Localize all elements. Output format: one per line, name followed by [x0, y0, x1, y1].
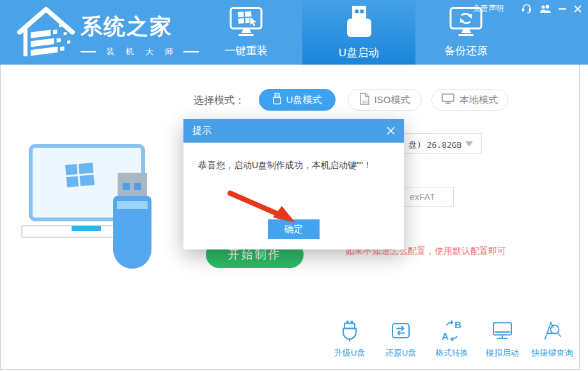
tip-dialog-title: 提示 — [192, 125, 212, 137]
dialog-close-icon[interactable] — [387, 127, 395, 135]
dash-right — [183, 51, 199, 52]
tool-simulate-boot[interactable]: 模拟启动 — [474, 320, 531, 359]
user-group-icon[interactable] — [539, 4, 551, 13]
logo-subtitle: 装 机 大 师 — [81, 46, 199, 58]
tool-upgrade-usb[interactable]: 升级U盘 — [321, 320, 378, 359]
mode-local-button[interactable]: 本地模式 — [431, 89, 508, 111]
simulate-boot-icon — [491, 320, 513, 343]
tab-reinstall[interactable]: 一键重装 — [210, 0, 282, 65]
monitor-icon — [442, 93, 454, 106]
house-logo-icon — [17, 3, 75, 62]
tool-format-convert-label: 格式转换 — [435, 347, 468, 359]
usb-restore-icon — [390, 320, 412, 343]
dialog-ok-button[interactable]: 确定 — [268, 219, 320, 239]
tool-format-convert[interactable]: A B 格式转换 — [423, 320, 481, 359]
reinstall-monitor-icon — [228, 7, 264, 39]
mode-local-label: 本地模式 — [460, 94, 498, 106]
close-icon[interactable] — [574, 5, 582, 13]
tool-simulate-boot-label: 模拟启动 — [486, 347, 519, 359]
mode-usb-label: U盘模式 — [286, 94, 322, 106]
mode-usb-button[interactable]: U盘模式 — [259, 89, 336, 111]
usb-plug-icon — [273, 93, 281, 107]
hotkey-search-icon — [541, 320, 563, 343]
tab-reinstall-label: 一键重装 — [224, 43, 268, 58]
disclaimer-link[interactable]: 免责声明 — [473, 3, 504, 14]
tool-hotkey-query[interactable]: 快捷键查询 — [523, 320, 581, 359]
app-logo: 系统之家 装 机 大 师 — [17, 3, 199, 62]
logo-title: 系统之家 — [81, 12, 199, 42]
mode-iso-label: ISO模式 — [375, 94, 410, 106]
usb-drive-icon — [344, 5, 375, 41]
svg-text:ISO: ISO — [361, 100, 368, 104]
usb-upgrade-icon — [339, 320, 360, 343]
app-header: 系统之家 装 机 大 师 一键重装 — [0, 0, 588, 65]
mode-select-label: 选择模式： — [194, 94, 245, 107]
customer-service-icon[interactable] — [522, 4, 532, 13]
chevron-down-icon — [465, 141, 473, 146]
tip-dialog-message: 恭喜您，启动U盘制作成功，本机启动键""！ — [198, 160, 404, 171]
tool-restore-usb[interactable]: 还原U盘 — [372, 320, 429, 359]
window-border-left — [0, 65, 1, 370]
laptop-usb-illustration — [20, 141, 164, 274]
device-select-value: 盘) 26.82GB — [408, 139, 461, 151]
format-convert-icon: A B — [441, 320, 463, 343]
tool-hotkey-query-label: 快捷键查询 — [532, 347, 573, 359]
dialog-ok-label: 确定 — [284, 223, 304, 235]
tool-restore-usb-label: 还原U盘 — [385, 347, 416, 359]
tab-usb-boot[interactable]: U盘启动 — [302, 0, 415, 65]
svg-text:B: B — [454, 320, 461, 330]
tab-backup-restore-label: 备份还原 — [444, 43, 488, 58]
tip-dialog-titlebar: 提示 — [183, 119, 404, 143]
dash-left — [81, 51, 96, 52]
window-border-bottom — [0, 369, 580, 370]
svg-text:A: A — [442, 331, 449, 342]
mode-iso-button[interactable]: ISO ISO模式 — [348, 89, 422, 111]
tab-usb-boot-label: U盘启动 — [339, 45, 379, 60]
format-exfat-label: exFAT — [410, 192, 435, 202]
tip-dialog: 提示 恭喜您，启动U盘制作成功，本机启动键""！ 确定 — [183, 119, 404, 249]
titlebar-controls: 免责声明 — [473, 3, 582, 14]
iso-file-icon: ISO — [360, 93, 369, 107]
tool-upgrade-usb-label: 升级U盘 — [334, 347, 365, 359]
minimize-icon[interactable] — [559, 8, 566, 10]
